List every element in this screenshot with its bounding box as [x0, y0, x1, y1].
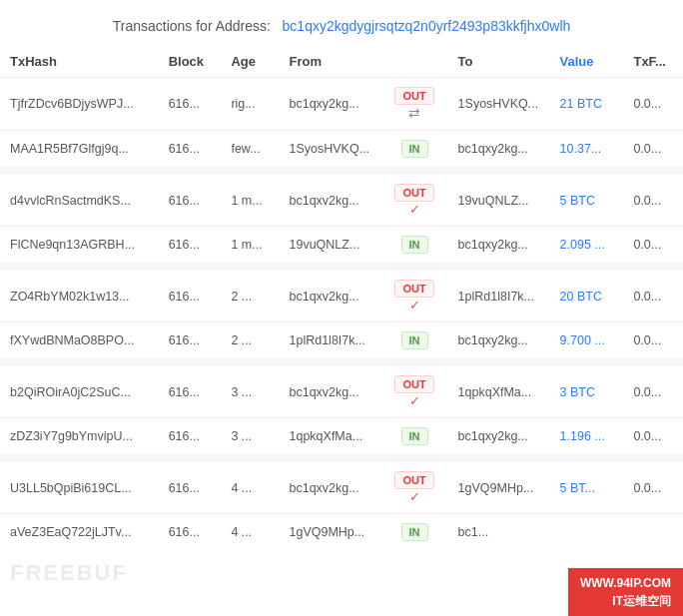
cell-value: 10.37...	[550, 131, 624, 167]
cell-from: bc1qxv2kg...	[280, 271, 381, 321]
cell-txhash: b2QiROirA0jC2SuC...	[0, 366, 159, 417]
cell-age: 1 m...	[221, 227, 279, 263]
cell-direction: IN	[380, 227, 447, 263]
col-to: To	[448, 46, 550, 78]
arrow-icon: ⇄	[390, 105, 437, 121]
direction-badge: IN	[401, 236, 428, 254]
cell-age: 1 m...	[221, 175, 279, 226]
cell-age: 3 ...	[221, 418, 279, 454]
cell-txfee: 0.0...	[623, 271, 683, 321]
cell-direction: OUT✓	[380, 462, 447, 513]
group-separator	[0, 167, 683, 175]
cell-from: bc1qxv2kg...	[280, 366, 381, 417]
direction-badge: OUT	[394, 280, 433, 298]
cell-txhash: zDZ3iY7g9bYmvipU...	[0, 418, 159, 454]
check-icon: ✓	[390, 393, 437, 408]
cell-txhash: FlCNe9qn13AGRBH...	[0, 227, 159, 263]
cell-block: 616...	[159, 227, 222, 263]
cell-direction: OUT✓	[380, 271, 447, 321]
cell-value: 3 BTC	[550, 366, 624, 417]
table-row: MAA1R5Bf7Glfgj9q...616...few...1SyosHVKQ…	[0, 131, 683, 167]
cell-from: 1plRd1l8I7k...	[280, 322, 381, 358]
direction-badge: IN	[401, 427, 428, 445]
cell-value: 1.196 ...	[550, 418, 624, 454]
col-direction	[380, 46, 447, 78]
cell-block: 616...	[159, 78, 222, 131]
check-icon: ✓	[390, 202, 437, 217]
cell-txhash: ZO4RbYM02k1w13...	[0, 271, 159, 321]
cell-block: 616...	[159, 131, 222, 167]
cell-to: 1plRd1l8I7k...	[448, 271, 550, 321]
cell-block: 616...	[159, 271, 222, 321]
cell-value: 21 BTC	[550, 78, 624, 131]
cell-to: bc1qxy2kg...	[448, 418, 550, 454]
transactions-table-container: TxHash Block Age From To Value TxF... Tj…	[0, 46, 683, 550]
cell-block: 616...	[159, 418, 222, 454]
cell-direction: IN	[380, 418, 447, 454]
direction-badge: IN	[401, 523, 428, 541]
cell-block: 616...	[159, 322, 222, 358]
check-icon: ✓	[390, 298, 437, 312]
cell-value: 5 BTC	[550, 175, 624, 226]
cell-age: 2 ...	[221, 271, 279, 321]
cell-value: 9.700 ...	[550, 322, 624, 358]
cell-txhash: aVeZ3EaQ722jLJTv...	[0, 514, 159, 550]
cell-txfee: 0.0...	[623, 462, 683, 513]
cell-block: 616...	[159, 462, 222, 513]
table-row: ZO4RbYM02k1w13...616...2 ...bc1qxv2kg...…	[0, 271, 683, 321]
cell-value	[550, 514, 624, 550]
table-row: TjfrZDcv6BDjysWPJ...616...rig...bc1qxy2k…	[0, 78, 683, 131]
direction-badge: IN	[401, 140, 428, 158]
cell-to: bc1qxy2kg...	[448, 227, 550, 263]
cell-to: bc1qxy2kg...	[448, 322, 550, 358]
cell-to: 1gVQ9MHp...	[448, 462, 550, 513]
direction-badge: OUT	[394, 471, 433, 489]
cell-to: 19vuQNLZ...	[448, 175, 550, 226]
direction-badge: OUT	[394, 184, 433, 202]
cell-from: bc1qxy2kg...	[280, 78, 381, 131]
group-separator	[0, 454, 683, 462]
cell-from: 1qpkqXfMa...	[280, 418, 381, 454]
cell-age: 4 ...	[221, 514, 279, 550]
col-block: Block	[159, 46, 222, 78]
address-link[interactable]: bc1qxy2kgdygjrsqtzq2n0yrf2493p83kkfjhx0w…	[283, 18, 571, 34]
cell-age: 2 ...	[221, 322, 279, 358]
cell-to: bc1qxy2kg...	[448, 131, 550, 167]
cell-value: 5 BT...	[550, 462, 624, 513]
table-header-row: TxHash Block Age From To Value TxF...	[0, 46, 683, 78]
cell-to: 1qpkqXfMa...	[448, 366, 550, 417]
table-row: FlCNe9qn13AGRBH...616...1 m...19vuQNLZ..…	[0, 227, 683, 263]
table-row: fXYwdBNMaO8BPO...616...2 ...1plRd1l8I7k.…	[0, 322, 683, 358]
cell-from: bc1qxv2kg...	[280, 462, 381, 513]
cell-from: bc1qxv2kg...	[280, 175, 381, 226]
group-separator	[0, 263, 683, 271]
cell-txhash: TjfrZDcv6BDjysWPJ...	[0, 78, 159, 131]
cell-age: few...	[221, 131, 279, 167]
table-row: b2QiROirA0jC2SuC...616...3 ...bc1qxv2kg.…	[0, 366, 683, 417]
col-age: Age	[221, 46, 279, 78]
transactions-table: TxHash Block Age From To Value TxF... Tj…	[0, 46, 683, 550]
cell-block: 616...	[159, 366, 222, 417]
cell-from: 1gVQ9MHp...	[280, 514, 381, 550]
cell-block: 616...	[159, 175, 222, 226]
cell-txhash: MAA1R5Bf7Glfgj9q...	[0, 131, 159, 167]
cell-txfee: 0.0...	[623, 366, 683, 417]
table-row: U3LL5bQpiBi619CL...616...4 ...bc1qxv2kg.…	[0, 462, 683, 513]
cell-to: bc1...	[448, 514, 550, 550]
cell-block: 616...	[159, 514, 222, 550]
col-txhash: TxHash	[0, 46, 159, 78]
cell-txfee: 0.0...	[623, 418, 683, 454]
cell-direction: OUT✓	[380, 175, 447, 226]
header-label: Transactions for Address:	[113, 18, 271, 34]
header: Transactions for Address: bc1qxy2kgdygjr…	[0, 0, 683, 46]
table-row: d4vvlcRnSactmdKS...616...1 m...bc1qxv2kg…	[0, 175, 683, 226]
direction-badge: IN	[401, 331, 428, 349]
cell-direction: IN	[380, 514, 447, 550]
cell-to: 1SyosHVKQ...	[448, 78, 550, 131]
col-txfee: TxF...	[623, 46, 683, 78]
cell-txfee: 0.0...	[623, 175, 683, 226]
cell-direction: OUT⇄	[380, 78, 447, 131]
cell-direction: OUT✓	[380, 366, 447, 417]
table-row: zDZ3iY7g9bYmvipU...616...3 ...1qpkqXfMa.…	[0, 418, 683, 454]
cell-from: 1SyosHVKQ...	[280, 131, 381, 167]
